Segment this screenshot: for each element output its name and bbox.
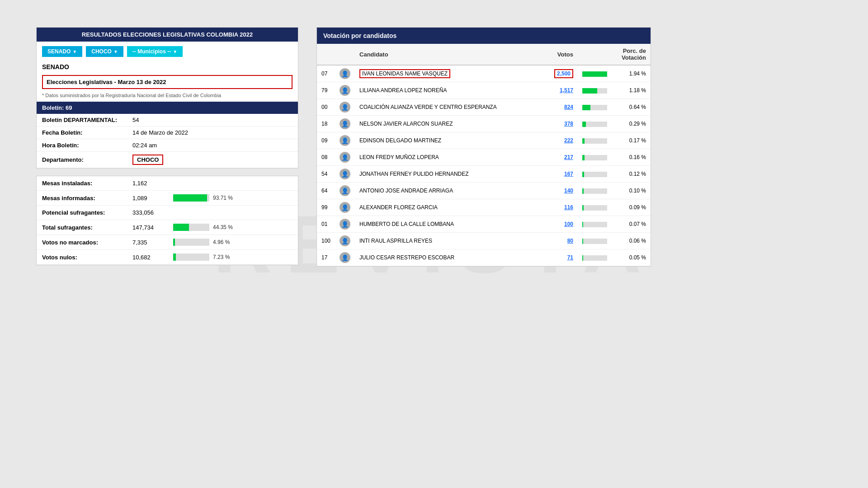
stats-bar-cell: 44.35 %	[168, 220, 298, 235]
candidate-num: 99	[317, 199, 335, 216]
filters-row: SENADO ▼ CHOCO ▼ -- Municipios -- ▼	[37, 42, 298, 61]
candidate-avatar: 👤	[335, 82, 355, 99]
candidate-bar	[578, 149, 614, 166]
candidate-num: 09	[317, 132, 335, 149]
candidate-num: 64	[317, 183, 335, 199]
stats-value: 333,056	[127, 206, 168, 220]
stats-label: Mesas instaladas:	[37, 176, 127, 191]
info-row-value: CHOCO	[127, 152, 298, 168]
stats-label: Mesas informadas:	[37, 191, 127, 206]
stats-panel: Mesas instaladas:1,162Mesas informadas:1…	[36, 176, 298, 265]
right-panel: Votación por candidatos Candidato Votos …	[316, 27, 651, 267]
candidate-votes: 378	[542, 116, 578, 132]
candidate-row: 18👤NELSON JAVIER ALARCON SUAREZ3780.29 %	[317, 116, 651, 132]
candidate-name: LEON FREDY MUÑOZ LOPERA	[355, 149, 542, 166]
candidates-table: Candidato Votos Porc. de Votación 07👤IVA…	[317, 44, 651, 266]
candidate-pct: 0.12 %	[614, 166, 651, 183]
candidate-votes: 80	[542, 233, 578, 249]
candidate-avatar: 👤	[335, 216, 355, 233]
filter-municipios-button[interactable]: -- Municipios -- ▼	[127, 46, 183, 57]
candidate-avatar: 👤	[335, 116, 355, 132]
note-text: * Datos suministrados por la Registradur…	[37, 91, 298, 102]
candidate-votes: 824	[542, 99, 578, 116]
candidate-pct: 0.16 %	[614, 149, 651, 166]
filter-senado-button[interactable]: SENADO ▼	[42, 46, 82, 57]
stats-row: Total sufragantes:147,73444.35 %	[37, 220, 298, 235]
candidate-num: 07	[317, 65, 335, 82]
stats-bar-cell: 4.96 %	[168, 235, 298, 250]
candidate-avatar: 👤	[335, 65, 355, 82]
stats-pct: 44.35 %	[213, 224, 233, 230]
info-row: Fecha Boletín:14 de Marzo de 2022	[37, 127, 298, 139]
candidate-pct: 0.17 %	[614, 132, 651, 149]
candidate-num: 01	[317, 216, 335, 233]
info-row-label: Fecha Boletín:	[37, 127, 127, 139]
candidate-avatar: 👤	[335, 166, 355, 183]
info-table: Boletín DEPARTAMENTAL:54Fecha Boletín:14…	[37, 114, 298, 168]
candidate-votes: 140	[542, 183, 578, 199]
candidate-name: JONATHAN FERNEY PULIDO HERNANDEZ	[355, 166, 542, 183]
candidate-bar	[578, 216, 614, 233]
candidate-name: JULIO CESAR RESTREPO ESCOBAR	[355, 249, 542, 266]
candidate-avatar: 👤	[335, 183, 355, 199]
candidate-avatar: 👤	[335, 249, 355, 266]
stats-value: 10,682	[127, 250, 168, 265]
candidate-pct: 0.09 %	[614, 199, 651, 216]
stats-pct: 7.23 %	[213, 254, 230, 260]
candidate-bar	[578, 199, 614, 216]
stats-row: Potencial sufragantes:333,056	[37, 206, 298, 220]
stats-value: 1,162	[127, 176, 168, 191]
candidate-row: 54👤JONATHAN FERNEY PULIDO HERNANDEZ1670.…	[317, 166, 651, 183]
candidate-pct: 0.05 %	[614, 249, 651, 266]
stats-row: Votos nulos:10,6827.23 %	[37, 250, 298, 265]
candidate-bar	[578, 116, 614, 132]
candidate-bar	[578, 99, 614, 116]
candidate-row: 00👤COALICIÓN ALIANZA VERDE Y CENTRO ESPE…	[317, 99, 651, 116]
candidate-votes: 116	[542, 199, 578, 216]
choco-arrow-icon: ▼	[113, 49, 118, 54]
candidate-bar	[578, 82, 614, 99]
info-row-label: Departamento:	[37, 152, 127, 168]
stats-pct: 4.96 %	[213, 239, 230, 245]
candidate-num: 08	[317, 149, 335, 166]
candidate-avatar: 👤	[335, 149, 355, 166]
candidate-votes: 2,500	[542, 65, 578, 82]
boletin-header: Boletín: 69	[37, 102, 298, 114]
candidate-avatar: 👤	[335, 99, 355, 116]
candidate-name: IVAN LEONIDAS NAME VASQUEZ	[355, 65, 542, 82]
candidate-avatar: 👤	[335, 233, 355, 249]
candidate-votes: 71	[542, 249, 578, 266]
right-panel-title: Votación por candidatos	[317, 28, 651, 44]
candidate-row: 17👤JULIO CESAR RESTREPO ESCOBAR710.05 %	[317, 249, 651, 266]
candidate-votes: 1,517	[542, 82, 578, 99]
filter-choco-button[interactable]: CHOCO ▼	[86, 46, 123, 57]
stats-row: Mesas informadas:1,08993.71 %	[37, 191, 298, 206]
candidate-bar	[578, 65, 614, 82]
section-label: SENADO	[37, 61, 298, 73]
col-header-candidato: Candidato	[355, 44, 542, 65]
candidate-num: 17	[317, 249, 335, 266]
candidate-num: 79	[317, 82, 335, 99]
info-row-label: Hora Boletín:	[37, 139, 127, 152]
candidate-pct: 0.64 %	[614, 99, 651, 116]
stats-bar-cell: 93.71 %	[168, 191, 298, 206]
left-panel: RESULTADOS ELECCIONES LEGISLATIVAS COLOM…	[36, 27, 298, 169]
col-header-num	[317, 44, 335, 65]
col-header-pct: Porc. de Votación	[614, 44, 651, 65]
stats-value: 7,335	[127, 235, 168, 250]
info-row-label: Boletín DEPARTAMENTAL:	[37, 114, 127, 127]
candidate-name: HUMBERTO DE LA CALLE LOMBANA	[355, 216, 542, 233]
stats-bar-cell	[168, 206, 298, 220]
panel-title: RESULTADOS ELECCIONES LEGISLATIVAS COLOM…	[37, 28, 298, 42]
stats-row: Votos no marcados:7,3354.96 %	[37, 235, 298, 250]
municipios-arrow-icon: ▼	[173, 49, 177, 54]
candidate-votes: 222	[542, 132, 578, 149]
candidate-row: 08👤LEON FREDY MUÑOZ LOPERA2170.16 %	[317, 149, 651, 166]
candidate-num: 100	[317, 233, 335, 249]
candidate-name: LILIANA ANDREA LOPEZ NOREÑA	[355, 82, 542, 99]
stats-value: 147,734	[127, 220, 168, 235]
candidate-name: ANTONIO JOSE ANDRADE ARRIAGA	[355, 183, 542, 199]
candidate-name: NELSON JAVIER ALARCON SUAREZ	[355, 116, 542, 132]
candidate-name: INTI RAUL ASPRILLA REYES	[355, 233, 542, 249]
candidate-row: 64👤ANTONIO JOSE ANDRADE ARRIAGA1400.10 %	[317, 183, 651, 199]
